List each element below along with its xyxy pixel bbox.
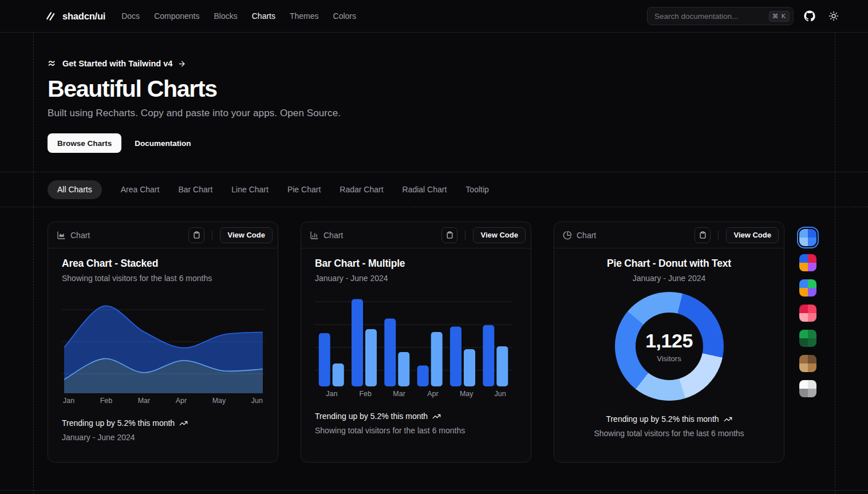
copy-code-button[interactable]: [695, 227, 711, 243]
github-button[interactable]: [802, 8, 818, 24]
tab-bar-chart[interactable]: Bar Chart: [178, 185, 212, 194]
donut-chart-plot: 1,125 Visitors: [568, 292, 770, 401]
donut-ring: 1,125 Visitors: [615, 292, 724, 401]
top-navigation-bar: shadcn/ui Docs Components Blocks Charts …: [0, 0, 868, 33]
sun-icon: [828, 11, 839, 21]
chart-subtitle: January - June 2024: [568, 274, 770, 283]
theme-swatch-green[interactable]: [799, 330, 816, 347]
chart-title: Area Chart - Stacked: [62, 258, 264, 270]
theme-swatch-picker: [799, 229, 816, 397]
chart-cards-row: Chart View Code Area Chart - Stacked Sho…: [48, 222, 868, 463]
area-chart-plot: JanFebMarAprMayJun: [62, 295, 264, 405]
clipboard-icon: [193, 231, 200, 239]
theme-swatch-blue[interactable]: [799, 229, 816, 246]
donut-total-label: Visitors: [657, 354, 681, 363]
shadcn-logo-icon: [45, 10, 57, 22]
trend-text: Trending up by 5.2% this month: [315, 412, 428, 421]
pie-chart-card: Chart View Code Pie Chart - Donut with T…: [554, 222, 784, 463]
chart-category-tabs: All Charts Area Chart Bar Chart Line Cha…: [0, 172, 868, 207]
header-actions: Search documentation... ⌘ K: [647, 7, 842, 25]
nav-link-charts[interactable]: Charts: [252, 11, 275, 21]
page-subtitle: Built using Recharts. Copy and paste int…: [48, 108, 868, 119]
documentation-button[interactable]: Documentation: [125, 133, 200, 153]
theme-swatch-multicolor-cool[interactable]: [799, 279, 816, 297]
theme-swatch-mono[interactable]: [799, 380, 816, 397]
bar-chart-plot: JanFebMarAprMayJun: [315, 295, 517, 398]
theme-swatch-amber[interactable]: [799, 355, 816, 372]
search-shortcut-kbd: ⌘ K: [769, 11, 790, 22]
hero-section: Get Started with Tailwind v4 Beautiful C…: [0, 33, 868, 172]
view-code-button[interactable]: View Code: [473, 227, 526, 243]
trending-up-icon: [724, 415, 732, 424]
tailwind-icon: [48, 60, 57, 68]
area-chart-card: Chart View Code Area Chart - Stacked Sho…: [48, 222, 278, 463]
chart-subtitle: Showing total visitors for the last 6 mo…: [62, 274, 264, 283]
card-header-label: Chart: [323, 231, 343, 240]
nav-link-docs[interactable]: Docs: [121, 11, 140, 21]
theme-swatch-multicolor-warm[interactable]: [799, 254, 816, 271]
trend-text: Trending up by 5.2% this month: [606, 414, 719, 424]
footnote-text: January - June 2024: [62, 433, 264, 442]
card-header-label: Chart: [577, 231, 596, 240]
tab-all-charts[interactable]: All Charts: [48, 180, 102, 199]
chart-title: Bar Chart - Multiple: [315, 258, 517, 270]
nav-link-blocks[interactable]: Blocks: [214, 11, 238, 21]
browse-charts-button[interactable]: Browse Charts: [48, 133, 121, 153]
chart-pie-icon: [563, 231, 572, 240]
nav-link-themes[interactable]: Themes: [290, 11, 319, 21]
x-axis-labels: JanFebMarAprMayJun: [62, 397, 264, 405]
view-code-button[interactable]: View Code: [726, 227, 779, 243]
chart-title: Pie Chart - Donut with Text: [568, 258, 770, 270]
theme-toggle-button[interactable]: [826, 8, 842, 24]
tab-radial-chart[interactable]: Radial Chart: [403, 185, 447, 194]
nav-link-colors[interactable]: Colors: [333, 11, 356, 21]
copy-code-button[interactable]: [188, 227, 204, 243]
announcement-text: Get Started with Tailwind v4: [62, 59, 172, 68]
page-title: Beautiful Charts: [48, 76, 868, 102]
divider: [465, 231, 465, 240]
chart-column-icon: [310, 231, 319, 240]
brand-logo[interactable]: shadcn/ui: [45, 10, 105, 22]
x-axis-labels: JanFebMarAprMayJun: [315, 390, 517, 398]
clipboard-icon: [699, 231, 707, 239]
card-header: Chart View Code: [554, 222, 784, 248]
donut-total-value: 1,125: [645, 330, 693, 352]
card-footer: Trending up by 5.2% this month January -…: [62, 418, 264, 442]
theme-swatch-red[interactable]: [799, 305, 816, 322]
brand-name: shadcn/ui: [62, 11, 105, 22]
card-header-label: Chart: [70, 231, 90, 240]
search-input[interactable]: Search documentation... ⌘ K: [647, 7, 794, 25]
arrow-right-icon: [177, 60, 186, 68]
github-icon: [804, 10, 815, 22]
divider: [212, 231, 212, 240]
chart-area-icon: [57, 231, 66, 240]
nav-link-components[interactable]: Components: [154, 11, 199, 21]
card-footer: Trending up by 5.2% this month Showing t…: [315, 412, 517, 435]
search-placeholder: Search documentation...: [654, 12, 769, 21]
tab-tooltip[interactable]: Tooltip: [465, 185, 488, 194]
announcement-banner[interactable]: Get Started with Tailwind v4: [48, 59, 868, 68]
donut-center: 1,125 Visitors: [636, 313, 703, 380]
trend-text: Trending up by 5.2% this month: [62, 418, 175, 428]
chart-subtitle: January - June 2024: [315, 274, 517, 283]
divider: [718, 231, 719, 240]
card-footer: Trending up by 5.2% this month Showing t…: [568, 414, 770, 438]
hero-actions: Browse Charts Documentation: [48, 133, 868, 153]
bar-chart-card: Chart View Code Bar Chart - Multiple Jan…: [301, 222, 531, 463]
tab-pie-chart[interactable]: Pie Chart: [287, 185, 321, 194]
footnote-text: Showing total visitors for the last 6 mo…: [568, 429, 770, 438]
trending-up-icon: [432, 412, 441, 421]
card-body: Bar Chart - Multiple January - June 2024…: [301, 248, 531, 435]
card-body: Pie Chart - Donut with Text January - Ju…: [554, 248, 784, 438]
tab-area-chart[interactable]: Area Chart: [121, 185, 160, 194]
view-code-button[interactable]: View Code: [220, 227, 273, 243]
copy-code-button[interactable]: [441, 227, 457, 243]
clipboard-icon: [446, 231, 453, 239]
card-body: Area Chart - Stacked Showing total visit…: [48, 248, 278, 442]
card-header: Chart View Code: [301, 222, 531, 248]
footnote-text: Showing total visitors for the last 6 mo…: [315, 426, 517, 435]
nav-links: Docs Components Blocks Charts Themes Col…: [121, 11, 356, 21]
charts-grid-section: Chart View Code Area Chart - Stacked Sho…: [0, 207, 868, 491]
tab-line-chart[interactable]: Line Chart: [231, 185, 269, 194]
tab-radar-chart[interactable]: Radar Chart: [340, 185, 383, 194]
